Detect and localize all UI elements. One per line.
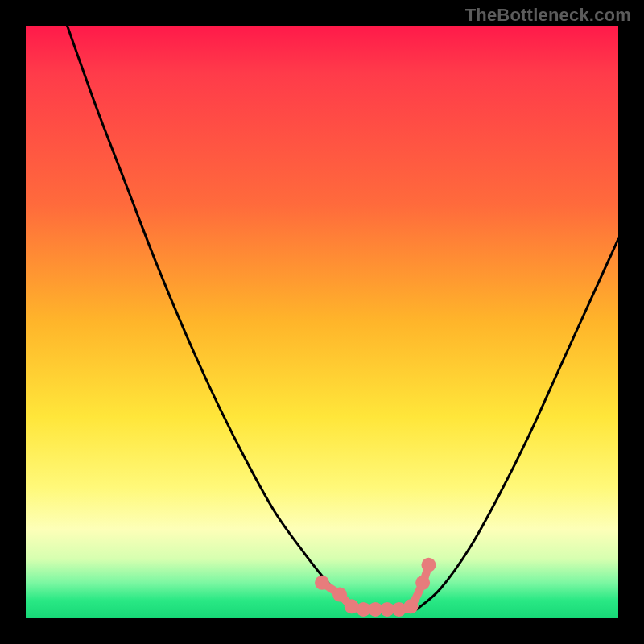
watermark-text: TheBottleneck.com: [465, 5, 631, 26]
marker-dot: [403, 599, 418, 613]
marker-dot: [415, 576, 430, 590]
plot-area: [26, 26, 618, 618]
marker-layer: [315, 558, 436, 617]
marker-dot: [332, 588, 347, 602]
curve-layer: [68, 26, 618, 609]
chart-frame: TheBottleneck.com: [0, 0, 644, 644]
left-curve: [68, 26, 369, 609]
marker-dot: [421, 558, 436, 572]
right-curve: [417, 239, 618, 609]
marker-dot: [315, 576, 329, 590]
chart-svg: [26, 26, 618, 618]
